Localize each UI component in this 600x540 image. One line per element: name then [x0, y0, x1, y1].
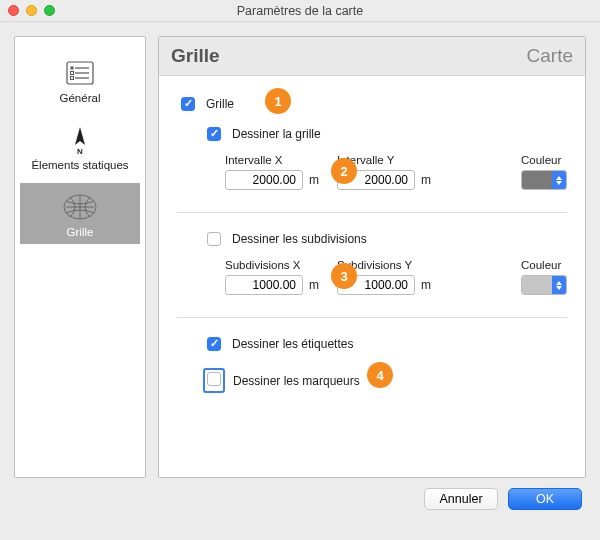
interval-x-input[interactable] — [225, 170, 303, 190]
unit-m: m — [309, 278, 319, 292]
panel-context: Carte — [527, 45, 573, 67]
field-color-subdiv: Couleur — [521, 259, 567, 295]
highlight-markers-checkbox — [203, 368, 225, 393]
unit-m: m — [309, 173, 319, 187]
label-draw-markers: Dessiner les marqueurs — [233, 374, 360, 388]
ok-button[interactable]: OK — [508, 488, 582, 510]
content: Général N Élements statiques — [0, 22, 600, 488]
compass-north-icon: N — [60, 124, 100, 156]
unit-m: m — [421, 173, 431, 187]
color-label: Couleur — [521, 259, 567, 271]
checkbox-draw-subdiv[interactable] — [207, 232, 221, 246]
subdiv-group: Subdivisions X m 3 Subdivisions Y m Coul… — [225, 259, 567, 295]
panel-title: Grille — [171, 45, 220, 67]
row-draw-subdiv: Dessiner les subdivisions — [177, 229, 567, 249]
checkbox-draw-grid[interactable] — [207, 127, 221, 141]
interval-group: Intervalle X m 2 Intervalle Y m Couleur — [225, 154, 567, 190]
sidebar-item-static[interactable]: N Élements statiques — [20, 116, 140, 177]
cancel-button[interactable]: Annuler — [424, 488, 498, 510]
row-draw-markers: Dessiner les marqueurs 4 — [177, 368, 567, 393]
titlebar: Paramètres de la carte — [0, 0, 600, 22]
row-grid: Grille 1 — [177, 94, 567, 114]
panel-body: Grille 1 Dessiner la grille Intervalle X… — [159, 76, 585, 421]
sidebar-item-label: Élements statiques — [31, 159, 128, 171]
close-icon[interactable] — [8, 5, 19, 16]
window-title: Paramètres de la carte — [0, 4, 600, 18]
list-icon — [60, 57, 100, 89]
field-subdiv-x: Subdivisions X m — [225, 259, 319, 295]
main-panel: Grille Carte Grille 1 Dessiner la grille… — [158, 36, 586, 478]
separator — [177, 212, 567, 213]
callout-2: 2 — [331, 158, 357, 184]
color-swatch — [522, 171, 552, 189]
label-draw-subdiv: Dessiner les subdivisions — [232, 232, 367, 246]
color-picker-grid[interactable] — [521, 170, 567, 190]
sidebar-item-label: Grille — [67, 226, 94, 238]
stepper-arrows-icon — [552, 171, 566, 189]
label-draw-grid: Dessiner la grille — [232, 127, 321, 141]
sidebar: Général N Élements statiques — [14, 36, 146, 478]
footer: Annuler OK — [0, 488, 600, 524]
color-swatch — [522, 276, 552, 294]
row-draw-labels: Dessiner les étiquettes — [177, 334, 567, 354]
separator — [177, 317, 567, 318]
panel-header: Grille Carte — [159, 37, 585, 76]
svg-marker-7 — [75, 127, 85, 145]
sidebar-item-label: Général — [60, 92, 101, 104]
subdiv-x-input[interactable] — [225, 275, 303, 295]
zoom-icon[interactable] — [44, 5, 55, 16]
callout-1: 1 — [265, 88, 291, 114]
sidebar-item-general[interactable]: Général — [20, 49, 140, 110]
interval-x-label: Intervalle X — [225, 154, 319, 166]
label-grid: Grille — [206, 97, 234, 111]
row-draw-grid: Dessiner la grille — [177, 124, 567, 144]
field-interval-x: Intervalle X m — [225, 154, 319, 190]
checkbox-draw-labels[interactable] — [207, 337, 221, 351]
label-draw-labels: Dessiner les étiquettes — [232, 337, 353, 351]
svg-rect-4 — [71, 67, 74, 70]
color-label: Couleur — [521, 154, 567, 166]
field-color-grid: Couleur — [521, 154, 567, 190]
stepper-arrows-icon — [552, 276, 566, 294]
callout-4: 4 — [367, 362, 393, 388]
checkbox-grid[interactable] — [181, 97, 195, 111]
grid-icon — [60, 191, 100, 223]
callout-3: 3 — [331, 263, 357, 289]
traffic-lights — [8, 5, 55, 16]
subdiv-x-label: Subdivisions X — [225, 259, 319, 271]
unit-m: m — [421, 278, 431, 292]
svg-text:N: N — [77, 147, 83, 155]
sidebar-item-grid[interactable]: Grille — [20, 183, 140, 244]
minimize-icon[interactable] — [26, 5, 37, 16]
color-picker-subdiv[interactable] — [521, 275, 567, 295]
checkbox-draw-markers[interactable] — [207, 372, 221, 386]
